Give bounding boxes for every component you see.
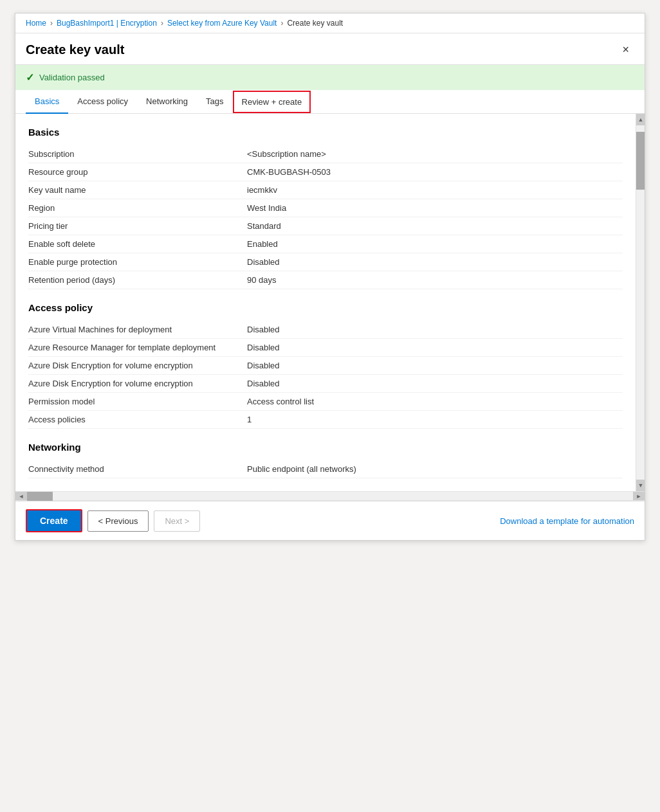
scroll-up-arrow[interactable]: ▲ xyxy=(636,114,645,125)
value-key-vault-name: iecmkkv xyxy=(247,185,623,195)
label-disk-encryption-1: Azure Disk Encryption for volume encrypt… xyxy=(28,361,247,370)
breadcrumb-select-key[interactable]: Select key from Azure Key Vault xyxy=(167,19,277,28)
row-arm-deployment: Azure Resource Manager for template depl… xyxy=(28,339,623,357)
create-button[interactable]: Create xyxy=(26,509,82,532)
label-connectivity: Connectivity method xyxy=(28,464,247,474)
validation-banner: ✓ Validation passed xyxy=(15,65,645,90)
breadcrumb-current: Create key vault xyxy=(287,19,343,28)
tab-basics[interactable]: Basics xyxy=(26,90,68,114)
download-template-link[interactable]: Download a template for automation xyxy=(500,516,634,526)
value-disk-encryption-2: Disabled xyxy=(247,379,623,388)
row-purge-protection: Enable purge protection Disabled xyxy=(28,253,623,271)
tabs-bar: Basics Access policy Networking Tags Rev… xyxy=(15,90,645,114)
row-pricing-tier: Pricing tier Standard xyxy=(28,217,623,235)
label-region: Region xyxy=(28,203,247,213)
breadcrumb-sep-3: › xyxy=(280,19,283,28)
validation-message: Validation passed xyxy=(39,73,105,82)
tab-review-create[interactable]: Review + create xyxy=(233,91,311,113)
row-region: Region West India xyxy=(28,199,623,217)
tab-tags[interactable]: Tags xyxy=(197,90,232,114)
validation-check-icon: ✓ xyxy=(26,71,34,84)
value-retention-period: 90 days xyxy=(247,275,623,285)
row-disk-encryption-2: Azure Disk Encryption for volume encrypt… xyxy=(28,375,623,393)
breadcrumb-home[interactable]: Home xyxy=(26,19,46,28)
scroll-left-arrow[interactable]: ◄ xyxy=(15,492,27,500)
label-pricing-tier: Pricing tier xyxy=(28,221,247,231)
row-access-policies: Access policies 1 xyxy=(28,411,623,429)
value-arm-deployment: Disabled xyxy=(247,343,623,352)
h-scroll-thumb[interactable] xyxy=(27,492,53,501)
value-region: West India xyxy=(247,203,623,213)
value-purge-protection: Disabled xyxy=(247,257,623,267)
label-disk-encryption-2: Azure Disk Encryption for volume encrypt… xyxy=(28,379,247,388)
tab-networking[interactable]: Networking xyxy=(137,90,197,114)
vertical-scrollbar[interactable]: ▲ ▼ xyxy=(636,114,645,491)
close-button[interactable]: × xyxy=(617,41,634,58)
label-soft-delete: Enable soft delete xyxy=(28,239,247,249)
horizontal-scrollbar[interactable]: ◄ ► xyxy=(15,491,645,500)
row-disk-encryption-1: Azure Disk Encryption for volume encrypt… xyxy=(28,357,623,375)
title-bar: Create key vault × xyxy=(15,33,645,65)
value-resource-group: CMK-BUGBASH-0503 xyxy=(247,167,623,177)
section-header-access-policy: Access policy xyxy=(28,302,623,313)
label-access-policies: Access policies xyxy=(28,415,247,424)
page-title: Create key vault xyxy=(26,42,124,57)
row-soft-delete: Enable soft delete Enabled xyxy=(28,235,623,253)
value-vm-deployment: Disabled xyxy=(247,325,623,334)
create-key-vault-window: Home › BugBashImport1 | Encryption › Sel… xyxy=(15,13,645,541)
value-access-policies: 1 xyxy=(247,415,623,424)
value-disk-encryption-1: Disabled xyxy=(247,361,623,370)
next-button: Next > xyxy=(154,510,200,532)
breadcrumb: Home › BugBashImport1 | Encryption › Sel… xyxy=(15,14,645,33)
row-resource-group: Resource group CMK-BUGBASH-0503 xyxy=(28,163,623,181)
row-vm-deployment: Azure Virtual Machines for deployment Di… xyxy=(28,321,623,339)
breadcrumb-sep-1: › xyxy=(50,19,53,28)
label-subscription: Subscription xyxy=(28,149,247,159)
row-connectivity: Connectivity method Public endpoint (all… xyxy=(28,460,623,478)
breadcrumb-sep-2: › xyxy=(161,19,163,28)
label-key-vault-name: Key vault name xyxy=(28,185,247,195)
label-retention-period: Retention period (days) xyxy=(28,275,247,285)
scroll-down-arrow[interactable]: ▼ xyxy=(636,480,645,491)
tab-access-policy[interactable]: Access policy xyxy=(68,90,137,114)
value-pricing-tier: Standard xyxy=(247,221,623,231)
footer: Create < Previous Next > Download a temp… xyxy=(15,500,645,540)
row-subscription: Subscription <Subscription name> xyxy=(28,145,623,163)
row-retention-period: Retention period (days) 90 days xyxy=(28,271,623,289)
scroll-right-arrow[interactable]: ► xyxy=(633,492,645,500)
previous-button[interactable]: < Previous xyxy=(87,510,149,532)
value-connectivity: Public endpoint (all networks) xyxy=(247,464,623,474)
value-permission-model: Access control list xyxy=(247,397,623,406)
h-scroll-track xyxy=(27,492,633,500)
label-resource-group: Resource group xyxy=(28,167,247,177)
section-header-basics: Basics xyxy=(28,127,623,138)
value-subscription: <Subscription name> xyxy=(247,149,623,159)
breadcrumb-import[interactable]: BugBashImport1 | Encryption xyxy=(57,19,157,28)
content-area: Basics Subscription <Subscription name> … xyxy=(15,114,636,491)
row-permission-model: Permission model Access control list xyxy=(28,393,623,411)
row-key-vault-name: Key vault name iecmkkv xyxy=(28,181,623,199)
scroll-track xyxy=(636,125,645,480)
label-permission-model: Permission model xyxy=(28,397,247,406)
label-purge-protection: Enable purge protection xyxy=(28,257,247,267)
section-header-networking: Networking xyxy=(28,442,623,453)
scroll-thumb[interactable] xyxy=(636,132,645,190)
value-soft-delete: Enabled xyxy=(247,239,623,249)
label-vm-deployment: Azure Virtual Machines for deployment xyxy=(28,325,247,334)
label-arm-deployment: Azure Resource Manager for template depl… xyxy=(28,343,247,352)
